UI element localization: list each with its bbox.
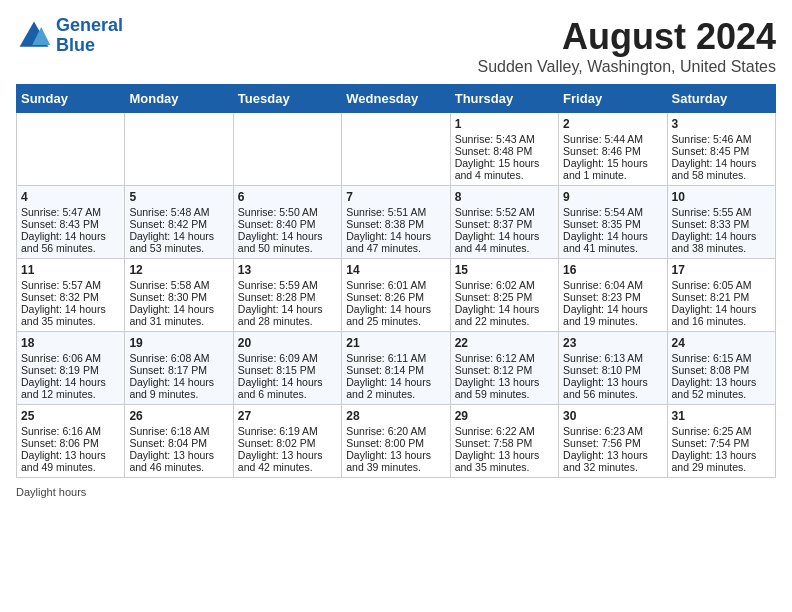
day-number: 4 xyxy=(21,190,120,204)
day-number: 5 xyxy=(129,190,228,204)
sunrise-text: Sunrise: 6:09 AM xyxy=(238,352,337,364)
sunrise-text: Sunrise: 6:01 AM xyxy=(346,279,445,291)
sunset-text: Sunset: 8:21 PM xyxy=(672,291,771,303)
day-number: 6 xyxy=(238,190,337,204)
sunset-text: Sunset: 7:54 PM xyxy=(672,437,771,449)
calendar-cell: 15Sunrise: 6:02 AMSunset: 8:25 PMDayligh… xyxy=(450,259,558,332)
sunset-text: Sunset: 8:12 PM xyxy=(455,364,554,376)
sunrise-text: Sunrise: 6:22 AM xyxy=(455,425,554,437)
sunset-text: Sunset: 8:48 PM xyxy=(455,145,554,157)
logo-text: General Blue xyxy=(56,16,123,56)
day-number: 16 xyxy=(563,263,662,277)
calendar-table: SundayMondayTuesdayWednesdayThursdayFrid… xyxy=(16,84,776,478)
daylight-text: Daylight: 14 hours and 22 minutes. xyxy=(455,303,554,327)
day-number: 26 xyxy=(129,409,228,423)
sunset-text: Sunset: 8:40 PM xyxy=(238,218,337,230)
logo: General Blue xyxy=(16,16,123,56)
daylight-text: Daylight: 14 hours and 2 minutes. xyxy=(346,376,445,400)
sunrise-text: Sunrise: 5:50 AM xyxy=(238,206,337,218)
daylight-text: Daylight: 13 hours and 59 minutes. xyxy=(455,376,554,400)
day-number: 20 xyxy=(238,336,337,350)
sunset-text: Sunset: 8:00 PM xyxy=(346,437,445,449)
sunrise-text: Sunrise: 5:51 AM xyxy=(346,206,445,218)
calendar-cell xyxy=(342,113,450,186)
daylight-text: Daylight: 14 hours and 38 minutes. xyxy=(672,230,771,254)
daylight-text: Daylight: 14 hours and 25 minutes. xyxy=(346,303,445,327)
daylight-text: Daylight: 14 hours and 16 minutes. xyxy=(672,303,771,327)
daylight-text: Daylight: 14 hours and 35 minutes. xyxy=(21,303,120,327)
day-number: 29 xyxy=(455,409,554,423)
daylight-text: Daylight: 13 hours and 56 minutes. xyxy=(563,376,662,400)
day-number: 25 xyxy=(21,409,120,423)
sunrise-text: Sunrise: 5:58 AM xyxy=(129,279,228,291)
day-number: 19 xyxy=(129,336,228,350)
sunset-text: Sunset: 8:15 PM xyxy=(238,364,337,376)
logo-icon xyxy=(16,18,52,54)
sunrise-text: Sunrise: 6:20 AM xyxy=(346,425,445,437)
day-number: 18 xyxy=(21,336,120,350)
calendar-cell: 30Sunrise: 6:23 AMSunset: 7:56 PMDayligh… xyxy=(559,405,667,478)
daylight-text: Daylight: 13 hours and 46 minutes. xyxy=(129,449,228,473)
day-number: 22 xyxy=(455,336,554,350)
calendar-cell: 22Sunrise: 6:12 AMSunset: 8:12 PMDayligh… xyxy=(450,332,558,405)
calendar-cell: 17Sunrise: 6:05 AMSunset: 8:21 PMDayligh… xyxy=(667,259,775,332)
calendar-day-header: Monday xyxy=(125,85,233,113)
sunrise-text: Sunrise: 6:18 AM xyxy=(129,425,228,437)
sunset-text: Sunset: 8:23 PM xyxy=(563,291,662,303)
sunrise-text: Sunrise: 6:23 AM xyxy=(563,425,662,437)
daylight-text: Daylight: 13 hours and 35 minutes. xyxy=(455,449,554,473)
daylight-text: Daylight: 13 hours and 49 minutes. xyxy=(21,449,120,473)
sunset-text: Sunset: 8:19 PM xyxy=(21,364,120,376)
calendar-cell: 24Sunrise: 6:15 AMSunset: 8:08 PMDayligh… xyxy=(667,332,775,405)
calendar-day-header: Friday xyxy=(559,85,667,113)
day-number: 31 xyxy=(672,409,771,423)
daylight-text: Daylight: 14 hours and 6 minutes. xyxy=(238,376,337,400)
calendar-cell: 27Sunrise: 6:19 AMSunset: 8:02 PMDayligh… xyxy=(233,405,341,478)
calendar-cell: 26Sunrise: 6:18 AMSunset: 8:04 PMDayligh… xyxy=(125,405,233,478)
day-number: 27 xyxy=(238,409,337,423)
day-number: 28 xyxy=(346,409,445,423)
daylight-text: Daylight: 14 hours and 9 minutes. xyxy=(129,376,228,400)
calendar-cell: 29Sunrise: 6:22 AMSunset: 7:58 PMDayligh… xyxy=(450,405,558,478)
calendar-week-row: 18Sunrise: 6:06 AMSunset: 8:19 PMDayligh… xyxy=(17,332,776,405)
sunset-text: Sunset: 8:46 PM xyxy=(563,145,662,157)
calendar-cell: 11Sunrise: 5:57 AMSunset: 8:32 PMDayligh… xyxy=(17,259,125,332)
daylight-text: Daylight: 14 hours and 12 minutes. xyxy=(21,376,120,400)
sunrise-text: Sunrise: 5:43 AM xyxy=(455,133,554,145)
calendar-cell: 5Sunrise: 5:48 AMSunset: 8:42 PMDaylight… xyxy=(125,186,233,259)
calendar-cell: 20Sunrise: 6:09 AMSunset: 8:15 PMDayligh… xyxy=(233,332,341,405)
sunrise-text: Sunrise: 6:05 AM xyxy=(672,279,771,291)
daylight-text: Daylight: 14 hours and 28 minutes. xyxy=(238,303,337,327)
sunset-text: Sunset: 8:42 PM xyxy=(129,218,228,230)
calendar-day-header: Wednesday xyxy=(342,85,450,113)
calendar-cell: 1Sunrise: 5:43 AMSunset: 8:48 PMDaylight… xyxy=(450,113,558,186)
calendar-day-header: Sunday xyxy=(17,85,125,113)
sunrise-text: Sunrise: 5:59 AM xyxy=(238,279,337,291)
footer-note: Daylight hours xyxy=(16,486,776,498)
day-number: 8 xyxy=(455,190,554,204)
sunset-text: Sunset: 8:33 PM xyxy=(672,218,771,230)
calendar-cell: 23Sunrise: 6:13 AMSunset: 8:10 PMDayligh… xyxy=(559,332,667,405)
day-number: 13 xyxy=(238,263,337,277)
calendar-week-row: 25Sunrise: 6:16 AMSunset: 8:06 PMDayligh… xyxy=(17,405,776,478)
sunset-text: Sunset: 8:38 PM xyxy=(346,218,445,230)
sunset-text: Sunset: 8:08 PM xyxy=(672,364,771,376)
daylight-text: Daylight: 13 hours and 39 minutes. xyxy=(346,449,445,473)
sunrise-text: Sunrise: 6:06 AM xyxy=(21,352,120,364)
calendar-cell: 19Sunrise: 6:08 AMSunset: 8:17 PMDayligh… xyxy=(125,332,233,405)
calendar-cell: 10Sunrise: 5:55 AMSunset: 8:33 PMDayligh… xyxy=(667,186,775,259)
day-number: 23 xyxy=(563,336,662,350)
calendar-cell: 28Sunrise: 6:20 AMSunset: 8:00 PMDayligh… xyxy=(342,405,450,478)
day-number: 2 xyxy=(563,117,662,131)
calendar-header-row: SundayMondayTuesdayWednesdayThursdayFrid… xyxy=(17,85,776,113)
calendar-cell: 14Sunrise: 6:01 AMSunset: 8:26 PMDayligh… xyxy=(342,259,450,332)
daylight-text: Daylight: 15 hours and 4 minutes. xyxy=(455,157,554,181)
sunset-text: Sunset: 8:25 PM xyxy=(455,291,554,303)
day-number: 10 xyxy=(672,190,771,204)
sunrise-text: Sunrise: 5:48 AM xyxy=(129,206,228,218)
daylight-text: Daylight: 14 hours and 44 minutes. xyxy=(455,230,554,254)
sunset-text: Sunset: 8:35 PM xyxy=(563,218,662,230)
sunset-text: Sunset: 8:28 PM xyxy=(238,291,337,303)
day-number: 21 xyxy=(346,336,445,350)
sunrise-text: Sunrise: 6:11 AM xyxy=(346,352,445,364)
